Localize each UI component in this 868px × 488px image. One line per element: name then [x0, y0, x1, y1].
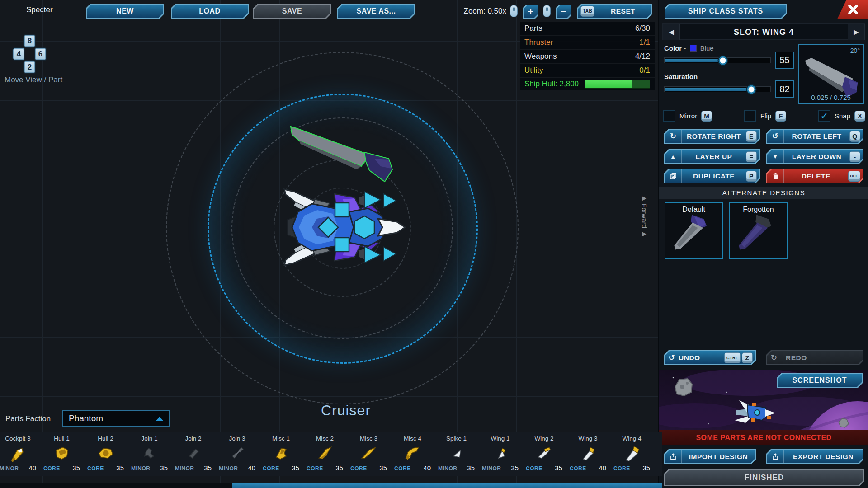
- saturation-slider-fill: [665, 88, 752, 91]
- misc1-icon: [271, 443, 291, 463]
- hue-slider-fill: [665, 59, 724, 62]
- duplicate-icon: [670, 173, 677, 180]
- zoom-out-button[interactable]: −: [556, 5, 571, 19]
- forward-label: Forward: [641, 203, 648, 228]
- undo-icon: ↺: [665, 351, 679, 364]
- part-wing-1[interactable]: Wing 1 MINOR 35: [478, 432, 522, 476]
- part-hull-2[interactable]: Hull 2 CORE 35: [84, 432, 127, 476]
- part-misc-4[interactable]: Misc 4 CORE 40: [391, 432, 434, 476]
- undo-button[interactable]: ↺ UNDO CTRL Z: [664, 350, 756, 365]
- arrow-right-icon: ▶: [854, 28, 859, 36]
- ship-class-stats-button[interactable]: SHIP CLASS STATS: [665, 4, 787, 19]
- hue-slider[interactable]: [664, 57, 771, 63]
- alternate-design-forgotten[interactable]: Forgotten: [729, 202, 788, 259]
- reset-button[interactable]: TAB RESET: [577, 4, 652, 19]
- part-spike-1[interactable]: Spike 1 MINOR 35: [434, 432, 478, 476]
- hue-slider-thumb[interactable]: [718, 56, 727, 65]
- saturation-slider[interactable]: [664, 86, 771, 92]
- screenshot-button[interactable]: SCREENSHOT: [777, 373, 863, 388]
- hull-bar: [585, 80, 650, 89]
- toggle-snap[interactable]: ✓ Snap X: [818, 110, 865, 122]
- part-hull-1[interactable]: Hull 1 CORE 35: [40, 432, 84, 476]
- snap-checkbox[interactable]: ✓: [818, 110, 830, 122]
- prev-slot-button[interactable]: ◀: [663, 24, 680, 40]
- cockpit3-icon: [8, 443, 28, 463]
- part-wing-2[interactable]: Wing 2 CORE 35: [522, 432, 566, 476]
- toggle-mirror[interactable]: Mirror M: [663, 110, 712, 122]
- part-misc-3[interactable]: Misc 3 CORE 35: [347, 432, 391, 476]
- join1-icon: [140, 443, 160, 463]
- ship-preview[interactable]: [271, 117, 420, 271]
- part-join-2[interactable]: Join 2 MINOR 35: [171, 432, 215, 476]
- layer-down-button[interactable]: ▼ LAYER DOWN -: [766, 149, 863, 164]
- layer-up-button[interactable]: ▲ LAYER UP =: [664, 149, 760, 164]
- rotate-cw-icon: ↻: [665, 130, 682, 143]
- warning-banner: SOME PARTS ARE NOT CONNECTED: [659, 430, 868, 445]
- arrow-left-icon: ◀: [669, 28, 674, 36]
- mirror-label: Mirror: [679, 112, 697, 120]
- wing2-icon: [534, 443, 554, 463]
- zoom-level: Zoom: 0.50x: [448, 4, 506, 19]
- save-as-button[interactable]: SAVE AS...: [337, 4, 415, 19]
- key-badge-del: DEL: [848, 171, 861, 182]
- part-misc-1[interactable]: Misc 1 CORE 35: [259, 432, 303, 476]
- tab-key-badge: TAB: [580, 6, 594, 17]
- hull-value: 2,800: [560, 80, 579, 88]
- slot-title: SLOT: WING 4: [680, 24, 848, 40]
- ship-class-label: Cruiser: [269, 402, 423, 419]
- saturation-label: Saturation: [664, 73, 698, 80]
- saturation-value[interactable]: 82: [775, 80, 794, 98]
- finished-button[interactable]: FINISHED: [664, 469, 864, 486]
- toggle-flip[interactable]: Flip F: [744, 110, 786, 122]
- rotate-ccw-icon: ↺: [767, 130, 784, 143]
- delete-button[interactable]: DELETE DEL: [766, 169, 863, 183]
- color-label: Color -: [664, 44, 686, 52]
- parts-scrollbar-track[interactable]: [0, 483, 662, 488]
- key-badge-m: M: [701, 111, 712, 122]
- redo-icon: ↻: [767, 351, 781, 364]
- part-wing-3[interactable]: Wing 3 CORE 40: [566, 432, 610, 476]
- part-cockpit-3[interactable]: Cockpit 3 MINOR 40: [0, 432, 40, 476]
- flip-checkbox[interactable]: [744, 110, 756, 122]
- redo-button[interactable]: ↻ REDO: [766, 350, 863, 365]
- parts-faction-dropdown[interactable]: Phantom: [62, 410, 170, 427]
- part-join-1[interactable]: Join 1 MINOR 35: [127, 432, 171, 476]
- rotate-left-button[interactable]: ↺ ROTATE LEFT Q: [766, 129, 863, 144]
- part-join-3[interactable]: Join 3 MINOR 40: [215, 432, 259, 476]
- triangle-up-icon: ▲: [665, 150, 682, 163]
- rotate-right-button[interactable]: ↻ ROTATE RIGHT E: [664, 129, 760, 144]
- slot-panel: SHIP CLASS STATS ◀ SLOT: WING 4 ▶ Color …: [658, 0, 868, 488]
- hull1-icon: [52, 443, 72, 463]
- screenshot-preview: SCREENSHOT: [659, 370, 868, 430]
- import-design-button[interactable]: IMPORT DESIGN: [664, 449, 756, 464]
- alternate-design-default[interactable]: Default: [665, 202, 723, 259]
- load-button[interactable]: LOAD: [171, 4, 249, 19]
- save-button[interactable]: SAVE: [253, 4, 331, 19]
- misc2-icon: [315, 443, 335, 463]
- keypad-2-key: 2: [24, 61, 35, 73]
- color-name: Blue: [700, 44, 714, 52]
- saturation-slider-thumb[interactable]: [747, 85, 755, 94]
- duplicate-button[interactable]: DUPLICATE P: [664, 169, 760, 183]
- close-button[interactable]: [837, 0, 868, 19]
- ship-name: Specter: [26, 5, 53, 14]
- key-badge-x: X: [854, 111, 865, 122]
- mirror-checkbox[interactable]: [663, 110, 675, 122]
- zoom-in-button[interactable]: +: [523, 5, 538, 19]
- new-button[interactable]: NEW: [86, 4, 164, 19]
- export-design-button[interactable]: EXPORT DESIGN: [766, 449, 863, 464]
- hue-value[interactable]: 55: [775, 52, 794, 69]
- snap-label: Snap: [835, 112, 850, 120]
- next-slot-button[interactable]: ▶: [848, 24, 865, 40]
- key-badge-p: P: [746, 171, 757, 182]
- part-wing-4[interactable]: Wing 4 CORE 35: [610, 432, 654, 476]
- part-misc-2[interactable]: Misc 2 CORE 35: [303, 432, 347, 476]
- ship-stats-panel: Parts 6/30Thruster 1/1Weapons 4/12Utilit…: [520, 22, 655, 91]
- misc3-icon: [359, 443, 379, 463]
- join3-icon: [227, 443, 247, 463]
- flip-label: Flip: [760, 112, 771, 120]
- export-icon: [772, 453, 779, 460]
- triangle-down-icon: ▼: [767, 150, 784, 163]
- parts-scrollbar-thumb[interactable]: [232, 483, 662, 488]
- ship-editor: Specter 8 4 6 2 Move View / Part ▶ Forwa…: [0, 0, 868, 488]
